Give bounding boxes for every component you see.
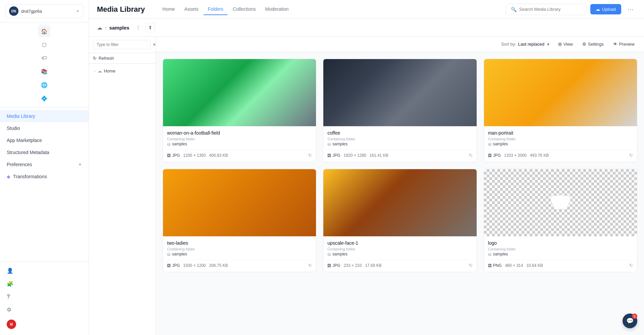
tab-assets[interactable]: Assets <box>180 4 202 15</box>
media-refresh-icon-man[interactable]: ↻ <box>629 153 633 158</box>
containing-folder-label-man: Containing folder <box>488 137 633 141</box>
folder-name-two-ladies: 🗂 samples <box>167 252 312 256</box>
media-size-coffee: 161.41 KB <box>370 153 388 158</box>
media-refresh-icon-upscale-face[interactable]: ↻ <box>469 263 473 268</box>
media-refresh-icon-woman[interactable]: ↻ <box>308 153 312 158</box>
sidebar-item-preferences-label: Preferences <box>7 162 32 167</box>
media-refresh-icon-two-ladies[interactable]: ↻ <box>308 263 312 268</box>
settings-button[interactable]: ⚙ Settings <box>580 40 606 48</box>
sidebar-icon-diamond[interactable]: 💠 <box>38 92 50 104</box>
sidebar-icon-home[interactable]: 🏠 <box>38 25 50 37</box>
sidebar-settings-button[interactable]: ⚙ <box>5 304 83 315</box>
media-info-man: man-portrait Containing folder 🗂 samples… <box>484 126 637 162</box>
sidebar-extensions-button[interactable]: 🧩 <box>5 279 83 289</box>
media-size-upscale-face: 17.69 KB <box>365 263 381 268</box>
view-button[interactable]: ⊞ View <box>555 40 576 48</box>
media-meta-coffee: 🖼 JPG 1920 × 1280 161.41 KB ↻ <box>327 150 472 158</box>
top-navigation: Media Library Home Assets Folders Collec… <box>89 0 644 19</box>
image-icon-two-ladies: 🖼 <box>167 264 171 268</box>
folder-name-upscale-face: 🗂 samples <box>327 252 472 256</box>
media-refresh-icon-logo[interactable]: ↻ <box>629 263 633 268</box>
sidebar-nav: Media Library Studio App Marketplace Str… <box>0 107 89 261</box>
sidebar-user-avatar[interactable]: M <box>5 318 83 331</box>
folder-tree: › ☁ Home <box>89 64 156 78</box>
upload-button[interactable]: ☁ Upload <box>590 4 621 14</box>
sidebar-icon-stack[interactable]: 📚 <box>38 65 50 78</box>
media-meta-upscale-face: 🖼 JPG 233 × 233 17.69 KB ↻ <box>327 260 472 268</box>
sidebar-icon-tag[interactable]: 🏷 <box>38 52 50 64</box>
folder-name-logo: 🗂 samples <box>488 252 633 256</box>
media-thumbnail-coffee <box>323 59 476 126</box>
chat-badge: 1 <box>632 314 637 319</box>
refresh-button[interactable]: ↻ Refresh <box>89 53 156 64</box>
media-card-two-ladies[interactable]: two-ladies Containing folder 🗂 samples 🖼… <box>163 169 316 272</box>
help-icon: ? <box>7 294 10 300</box>
sidebar-icon-globe[interactable]: 🌐 <box>38 79 50 91</box>
sidebar-item-transformations[interactable]: ◆ Transformations <box>0 171 89 183</box>
tab-folders[interactable]: Folders <box>204 4 227 15</box>
sidebar-item-studio[interactable]: Studio <box>0 122 89 134</box>
page-title: Media Library <box>97 5 145 14</box>
folder-item-home-label: Home <box>104 68 116 74</box>
folder-icon-two-ladies: 🗂 <box>167 252 171 256</box>
media-size-two-ladies: 206.75 KB <box>209 263 228 268</box>
filter-bar: ✕ <box>89 37 156 53</box>
media-dimensions-coffee: 1920 × 1280 <box>344 153 366 158</box>
media-type-two-ladies: 🖼 JPG <box>167 263 180 268</box>
media-info-logo: logo Containing folder 🗂 samples 🖼 PNG 4… <box>484 236 637 272</box>
image-icon-upscale-face: 🖼 <box>327 264 331 268</box>
sidebar: DN dnd7gpr6a ▼ 🏠 ⬡ 🏷 📚 🌐 💠 Media Library… <box>0 0 89 335</box>
sidebar-item-media-library[interactable]: Media Library <box>0 110 89 122</box>
sidebar-help-button[interactable]: ? <box>5 292 83 302</box>
media-refresh-icon-coffee[interactable]: ↻ <box>469 153 473 158</box>
containing-folder-label-woman: Containing folder <box>167 137 312 141</box>
sidebar-icon-layers[interactable]: ⬡ <box>38 39 50 51</box>
sidebar-item-preferences[interactable]: Preferences ▼ <box>0 158 89 171</box>
tab-collections[interactable]: Collections <box>229 4 260 15</box>
media-type-woman: 🖼 JPG <box>167 153 180 158</box>
breadcrumb-bar: ☁ › samples ⋮ ⬆ <box>89 19 644 37</box>
sidebar-item-structured-metadata[interactable]: Structured Metadata <box>0 146 89 158</box>
media-name-logo: logo <box>488 240 633 246</box>
chat-bubble-button[interactable]: 💬 1 <box>623 314 637 328</box>
account-selector[interactable]: DN dnd7gpr6a ▼ <box>5 4 83 18</box>
settings-icon: ⚙ <box>582 42 586 47</box>
image-icon-man: 🖼 <box>488 153 492 157</box>
tab-home[interactable]: Home <box>158 4 179 15</box>
transformations-diamond-icon: ◆ <box>7 174 10 179</box>
tab-moderation[interactable]: Moderation <box>261 4 293 15</box>
search-box[interactable]: 🔍 <box>506 4 586 15</box>
media-meta-two-ladies: 🖼 JPG 1500 × 1200 206.75 KB ↻ <box>167 260 312 268</box>
preferences-chevron-icon: ▼ <box>78 162 82 166</box>
folder-icon-logo: 🗂 <box>488 252 492 256</box>
media-thumbnail-two-ladies <box>163 169 316 236</box>
media-dimensions-two-ladies: 1500 × 1200 <box>183 263 206 268</box>
sidebar-item-transformations-label: Transformations <box>13 174 47 179</box>
content-area: ✕ ↻ Refresh › ☁ Home Sort by: Last repla… <box>89 37 644 335</box>
sort-label: Sort by: <box>501 42 516 47</box>
sidebar-users-button[interactable]: 👤 <box>5 266 83 276</box>
media-name-man: man-portrait <box>488 130 633 136</box>
media-card-upscale-face[interactable]: upscale-face-1 Containing folder 🗂 sampl… <box>323 169 477 272</box>
media-info-upscale-face: upscale-face-1 Containing folder 🗂 sampl… <box>323 236 476 272</box>
more-options-button[interactable]: ⋯ <box>625 4 636 15</box>
media-name-woman: woman-on-a-football-field <box>167 130 312 136</box>
media-card-man-portrait[interactable]: man-portrait Containing folder 🗂 samples… <box>484 59 637 162</box>
media-card-coffee[interactable]: coffee Containing folder 🗂 samples 🖼 JPG… <box>323 59 477 162</box>
media-card-woman-on-a-football-field[interactable]: woman-on-a-football-field Containing fol… <box>163 59 316 162</box>
sort-control[interactable]: Sort by: Last replaced ▼ <box>501 42 550 47</box>
filter-clear-button[interactable]: ✕ <box>153 41 156 48</box>
preview-button[interactable]: 👁 Preview <box>610 40 637 48</box>
breadcrumb-cloud-icon: ☁ <box>97 25 102 31</box>
breadcrumb-upload-button[interactable]: ⬆ <box>146 23 155 32</box>
sidebar-item-app-marketplace[interactable]: App Marketplace <box>0 134 89 146</box>
media-card-logo[interactable]: logo Containing folder 🗂 samples 🖼 PNG 4… <box>484 169 637 272</box>
search-input[interactable] <box>519 7 581 12</box>
toolbar-actions: ⊞ View ⚙ Settings 👁 Preview <box>555 40 637 48</box>
breadcrumb-folder-name: samples <box>109 25 129 31</box>
filter-input[interactable] <box>93 40 151 49</box>
folder-icon-upscale-face: 🗂 <box>327 252 331 256</box>
account-name-label: dnd7gpr6a <box>21 9 73 14</box>
folder-item-home[interactable]: › ☁ Home <box>89 66 156 76</box>
breadcrumb-more-button[interactable]: ⋮ <box>133 23 143 32</box>
